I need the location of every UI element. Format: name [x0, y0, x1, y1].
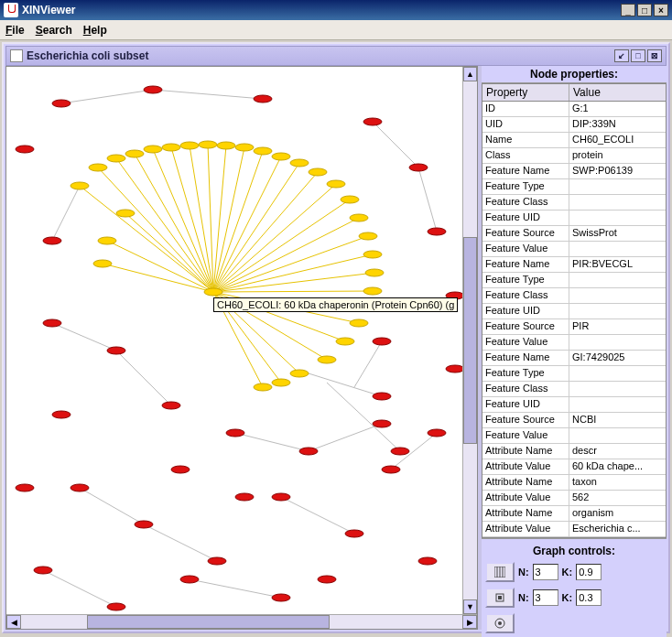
layout-button-3[interactable] [485, 613, 515, 633]
menu-file[interactable]: File [5, 24, 25, 37]
cell-property: Feature Type [482, 273, 569, 287]
table-row[interactable]: Attribute Value60 kDa chape... [482, 459, 666, 475]
table-row[interactable]: Attribute Namedescr [482, 444, 666, 459]
layout-button-2[interactable] [485, 588, 515, 608]
table-row[interactable]: Feature UID [482, 304, 666, 319]
table-row[interactable]: Feature UID [482, 397, 666, 413]
graph-svg [6, 67, 462, 614]
svg-line-5 [171, 147, 213, 292]
scroll-right-icon[interactable]: ▶ [462, 615, 477, 629]
table-row[interactable]: Feature Class [482, 382, 666, 397]
col-property[interactable]: Property [482, 84, 569, 101]
maximize-button[interactable]: □ [637, 4, 652, 16]
table-row[interactable]: Classprotein [482, 148, 666, 164]
vscroll-thumb[interactable] [463, 237, 477, 444]
table-header-row: Property Value [482, 84, 666, 102]
svg-point-80 [144, 86, 162, 93]
table-row[interactable]: Attribute Nametaxon [482, 475, 666, 491]
table-row[interactable]: IDG:1 [482, 102, 666, 117]
svg-point-99 [107, 603, 125, 610]
cell-value: protein [569, 148, 666, 163]
table-row[interactable]: Feature Value [482, 242, 666, 257]
table-row[interactable]: Attribute Value562 [482, 491, 666, 506]
cell-property: Feature UID [482, 211, 569, 225]
graph-vscrollbar[interactable]: ▲ ▼ [462, 67, 477, 614]
svg-line-45 [327, 383, 400, 451]
svg-point-56 [217, 142, 235, 149]
table-row[interactable]: Feature Value [482, 335, 666, 351]
cell-property: Feature Value [482, 242, 569, 256]
cell-value: organism [569, 506, 666, 521]
table-row[interactable]: NameCH60_ECOLI [482, 133, 666, 148]
svg-point-66 [363, 251, 382, 258]
scroll-down-icon[interactable]: ▼ [463, 599, 477, 614]
cell-value: SWP:P06139 [569, 164, 666, 178]
cell-property: UID [482, 117, 569, 132]
svg-point-69 [116, 210, 135, 217]
graph-canvas[interactable]: CH60_ECOLI: 60 kDa chaperonin (Protein C… [6, 67, 462, 614]
cell-value: NCBI [569, 413, 666, 427]
inner-minimize-button[interactable]: ↙ [614, 49, 629, 62]
cell-property: Feature Name [482, 257, 569, 272]
svg-line-9 [213, 147, 244, 292]
svg-line-46 [354, 341, 382, 387]
table-row[interactable]: Feature Type [482, 179, 666, 195]
svg-point-49 [89, 164, 107, 171]
table-row[interactable]: Attribute ValueEscherichia c... [482, 522, 666, 537]
n-input-2[interactable] [533, 589, 558, 606]
cell-value: taxon [569, 475, 666, 490]
table-row[interactable]: Feature SourceSwissProt [482, 226, 666, 242]
scroll-up-icon[interactable]: ▲ [463, 67, 477, 81]
svg-line-21 [125, 213, 213, 292]
svg-point-100 [180, 576, 199, 583]
menu-help[interactable]: Help [83, 24, 107, 37]
minimize-button[interactable]: _ [621, 4, 635, 16]
control-row-2: N: K: [485, 585, 663, 610]
table-row[interactable]: Feature NameSWP:P06139 [482, 164, 666, 179]
svg-line-22 [107, 241, 213, 292]
table-row[interactable]: Feature SourcePIR [482, 319, 666, 335]
svg-point-109 [52, 411, 70, 418]
cell-value: CH60_ECOLI [569, 133, 666, 147]
cell-property: Attribute Value [482, 522, 569, 536]
cell-property: Feature Value [482, 428, 569, 443]
menu-search[interactable]: Search [36, 24, 72, 37]
inner-maximize-button[interactable]: □ [631, 49, 645, 62]
n-input-1[interactable] [533, 564, 558, 580]
col-value[interactable]: Value [569, 84, 666, 101]
table-row[interactable]: Feature Value [482, 428, 666, 444]
svg-point-72 [290, 370, 309, 377]
cell-value: PIR:BVECGL [569, 257, 666, 272]
svg-line-34 [52, 323, 116, 351]
graph-hscrollbar[interactable]: ◀ ▶ [6, 614, 477, 629]
table-row[interactable]: Attribute Nameorganism [482, 506, 666, 522]
table-row[interactable]: Feature UID [482, 211, 666, 226]
svg-point-89 [299, 448, 318, 455]
table-row[interactable]: Feature NamePIR:BVECGL [482, 257, 666, 273]
cell-property: Class [482, 148, 569, 163]
layout-button-1[interactable] [485, 562, 515, 582]
svg-point-105 [43, 237, 61, 244]
svg-point-85 [43, 319, 61, 327]
svg-line-17 [213, 236, 368, 292]
table-row[interactable]: Feature Type [482, 273, 666, 288]
cell-value: G:1 [569, 102, 666, 116]
scroll-left-icon[interactable]: ◀ [6, 615, 21, 629]
cell-property: ID [482, 102, 569, 116]
hscroll-thumb[interactable] [87, 615, 330, 629]
table-row[interactable]: Feature Class [482, 288, 666, 304]
k-input-1[interactable] [576, 564, 602, 580]
table-row[interactable]: Feature SourceNCBI [482, 413, 666, 428]
svg-line-32 [373, 122, 418, 167]
table-row[interactable]: UIDDIP:339N [482, 117, 666, 133]
k-input-2[interactable] [576, 589, 602, 606]
close-button[interactable]: × [654, 4, 668, 16]
inner-close-button[interactable]: ⊠ [647, 49, 662, 62]
cell-property: Feature Class [482, 195, 569, 210]
table-row[interactable]: Feature Class [482, 195, 666, 211]
table-row[interactable]: Feature NameGI:7429025 [482, 351, 666, 366]
cell-property: Feature UID [482, 397, 569, 412]
table-row[interactable]: Feature Type [482, 366, 666, 382]
svg-point-58 [254, 147, 272, 155]
svg-point-102 [373, 393, 391, 400]
